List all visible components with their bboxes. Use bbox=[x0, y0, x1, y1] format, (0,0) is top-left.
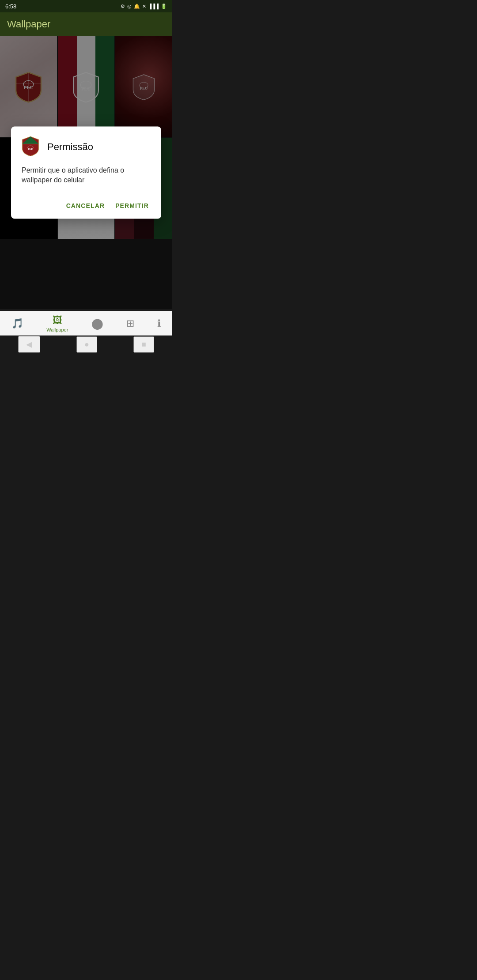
back-button[interactable]: ◀ bbox=[18, 336, 40, 353]
nav-item-wallpaper[interactable]: 🖼 Wallpaper bbox=[43, 313, 72, 334]
permission-dialog: FLU Permissão Permitir que o aplicativo … bbox=[11, 127, 161, 219]
home-button[interactable]: ● bbox=[76, 336, 97, 353]
bottom-nav: 🎵 🖼 Wallpaper ⬤ ⊞ ℹ bbox=[0, 311, 172, 335]
app-header: Wallpaper bbox=[0, 12, 172, 36]
battery-icon: 🔋 bbox=[161, 4, 167, 9]
page-title: Wallpaper bbox=[7, 19, 165, 30]
wallpaper-nav-icon: 🖼 bbox=[53, 315, 62, 326]
nav-item-theme[interactable]: ⬤ bbox=[88, 316, 107, 332]
signal-icon: ▐▐▐ bbox=[148, 4, 159, 9]
dialog-body: Permitir que o aplicativo defina o wallp… bbox=[20, 166, 152, 185]
flu-shield-icon: FLU bbox=[20, 136, 41, 157]
wifi-off-icon: ✕ bbox=[142, 4, 146, 9]
permit-button[interactable]: PERMITIR bbox=[112, 197, 152, 213]
wallpaper-nav-label: Wallpaper bbox=[46, 327, 68, 332]
app-icon: FLU bbox=[20, 136, 41, 158]
dialog-title: Permissão bbox=[47, 141, 93, 153]
nav-item-music[interactable]: 🎵 bbox=[8, 316, 27, 331]
main-content: FLU FLU bbox=[0, 36, 172, 309]
status-time: 6:58 bbox=[5, 3, 16, 10]
system-nav-bar: ◀ ● ■ bbox=[0, 335, 172, 353]
theme-icon: ⬤ bbox=[91, 317, 103, 330]
status-bar: 6:58 ⚙ ◎ 🔔 ✕ ▐▐▐ 🔋 bbox=[0, 0, 172, 12]
svg-text:FLU: FLU bbox=[28, 148, 33, 151]
info-icon: ℹ bbox=[157, 318, 161, 329]
nav-item-grid[interactable]: ⊞ bbox=[123, 316, 138, 331]
location-icon: ◎ bbox=[127, 4, 132, 9]
grid-icon: ⊞ bbox=[126, 318, 134, 329]
recent-button[interactable]: ■ bbox=[133, 336, 154, 353]
cancel-button[interactable]: CANCELAR bbox=[63, 197, 109, 213]
settings-icon: ⚙ bbox=[121, 4, 125, 9]
status-icons: ⚙ ◎ 🔔 ✕ ▐▐▐ 🔋 bbox=[121, 4, 167, 9]
music-icon: 🎵 bbox=[11, 318, 23, 329]
dialog-header: FLU Permissão bbox=[20, 136, 152, 158]
nav-item-info[interactable]: ℹ bbox=[154, 316, 164, 331]
dialog-actions: CANCELAR PERMITIR bbox=[20, 196, 152, 213]
notification-icon: 🔔 bbox=[134, 4, 140, 9]
